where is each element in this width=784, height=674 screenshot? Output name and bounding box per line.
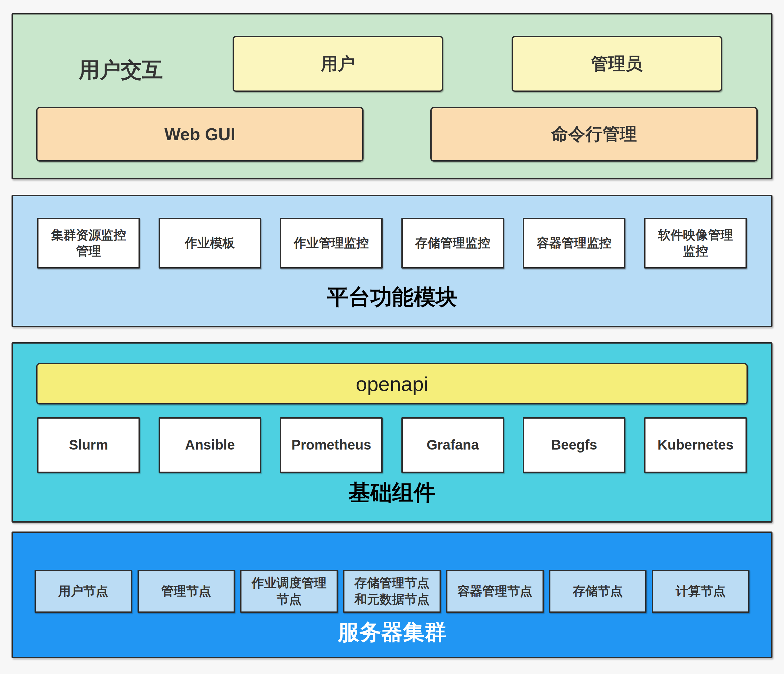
module-label: 集群资源监控管理 (47, 227, 130, 260)
actor-box-admin: 管理员 (512, 36, 722, 92)
module-label: 容器管理监控 (537, 235, 611, 251)
module-box-job-management-monitoring: 作业管理监控 (280, 218, 383, 269)
node-label: 管理节点 (161, 583, 211, 599)
component-label: Prometheus (291, 436, 372, 454)
node-row: 用户节点 管理节点 作业调度管理节点 存储管理节点和元数据节点 容器管理节点 存… (34, 570, 750, 613)
module-label: 作业模板 (185, 235, 235, 251)
layer-title-base-components: 基础组件 (13, 478, 771, 507)
component-label: Slurm (69, 436, 108, 454)
node-box-compute-node: 计算节点 (652, 570, 750, 613)
component-label: Beegfs (551, 436, 597, 454)
component-box-prometheus: Prometheus (280, 417, 383, 473)
node-label: 计算节点 (676, 583, 726, 599)
layer-base-components: openapi Slurm Ansible Prometheus Grafana… (11, 342, 773, 523)
component-box-kubernetes: Kubernetes (644, 417, 747, 473)
module-label: 软件映像管理监控 (654, 227, 737, 260)
module-box-storage-management-monitoring: 存储管理监控 (401, 218, 504, 269)
node-box-storage-node: 存储节点 (549, 570, 647, 613)
component-box-beegfs: Beegfs (523, 417, 625, 473)
node-box-storage-management-and-metadata-node: 存储管理节点和元数据节点 (343, 570, 441, 613)
layer-server-cluster: 用户节点 管理节点 作业调度管理节点 存储管理节点和元数据节点 容器管理节点 存… (11, 531, 773, 658)
layer-title-server-cluster: 服务器集群 (13, 617, 771, 647)
component-label: Kubernetes (657, 436, 733, 454)
node-box-management-node: 管理节点 (137, 570, 235, 613)
actor-admin-label: 管理员 (591, 52, 642, 75)
module-label: 存储管理监控 (415, 235, 490, 251)
node-label: 存储节点 (573, 583, 623, 599)
web-gui-label: Web GUI (165, 125, 236, 144)
actor-user-label: 用户 (321, 52, 355, 75)
layer-platform-modules: 集群资源监控管理 作业模板 作业管理监控 存储管理监控 容器管理监控 软件映像管… (11, 195, 773, 327)
layer-title-platform-modules: 平台功能模块 (13, 282, 771, 312)
component-box-slurm: Slurm (37, 417, 140, 473)
openapi-label: openapi (356, 372, 428, 395)
layer-user-interaction: 用户交互 用户 管理员 Web GUI 命令行管理 (11, 13, 773, 179)
component-box-grafana: Grafana (401, 417, 504, 473)
module-row: 集群资源监控管理 作业模板 作业管理监控 存储管理监控 容器管理监控 软件映像管… (37, 218, 747, 269)
layer-title-user-interaction: 用户交互 (79, 56, 163, 84)
component-label: Ansible (185, 436, 235, 454)
component-row: Slurm Ansible Prometheus Grafana Beegfs … (37, 417, 747, 473)
component-label: Grafana (427, 436, 479, 454)
module-box-software-image-management-monitoring: 软件映像管理监控 (644, 218, 747, 269)
node-label: 作业调度管理节点 (248, 575, 330, 607)
interface-box-web-gui: Web GUI (36, 107, 364, 162)
module-box-container-management-monitoring: 容器管理监控 (523, 218, 625, 269)
node-label: 容器管理节点 (457, 583, 532, 599)
actor-box-user: 用户 (233, 36, 443, 92)
node-label: 存储管理节点和元数据节点 (351, 575, 433, 607)
architecture-diagram: 用户交互 用户 管理员 Web GUI 命令行管理 集群资源监控管理 作业模板 … (0, 0, 784, 674)
openapi-bar: openapi (36, 363, 748, 405)
cli-management-label: 命令行管理 (551, 123, 637, 146)
interface-box-cli-management: 命令行管理 (430, 107, 758, 162)
module-label: 作业管理监控 (294, 235, 369, 251)
node-box-user-node: 用户节点 (34, 570, 132, 613)
component-box-ansible: Ansible (159, 417, 261, 473)
module-box-job-template: 作业模板 (159, 218, 261, 269)
node-label: 用户节点 (58, 583, 108, 599)
node-box-job-scheduling-management-node: 作业调度管理节点 (240, 570, 338, 613)
module-box-cluster-resource-monitoring: 集群资源监控管理 (37, 218, 140, 269)
node-box-container-management-node: 容器管理节点 (446, 570, 544, 613)
